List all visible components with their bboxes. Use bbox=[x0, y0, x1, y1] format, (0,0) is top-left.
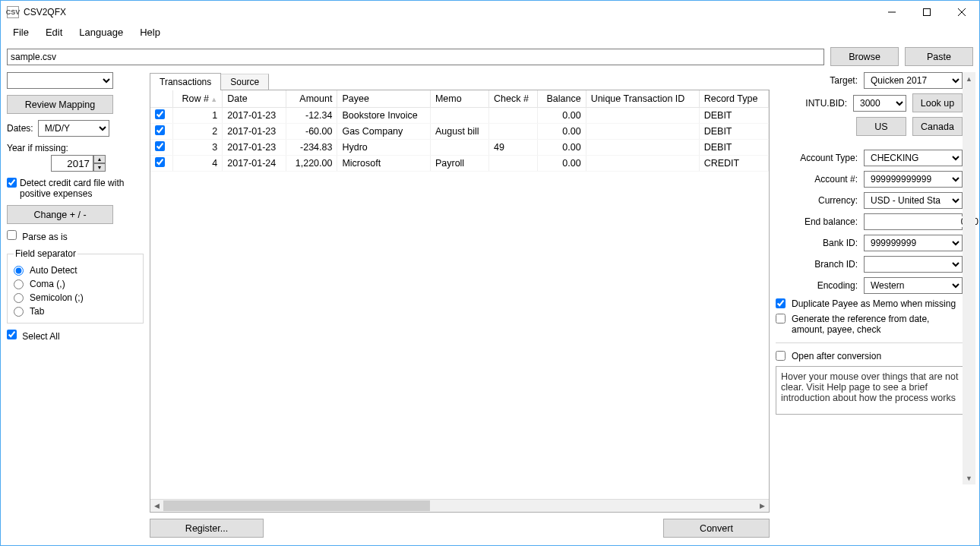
table-row[interactable]: 12017-01-23-12.34Bookstore Invoice0.00DE… bbox=[150, 108, 769, 124]
table-row[interactable]: 42017-01-241,220.00MicrosoftPayroll0.00C… bbox=[150, 156, 769, 172]
col-row[interactable]: Row # bbox=[173, 90, 223, 108]
grid-hscrollbar[interactable]: ◀ ▶ bbox=[150, 499, 769, 512]
cell-row: 3 bbox=[173, 140, 223, 156]
cell-memo: Payroll bbox=[430, 156, 488, 172]
year-spinner[interactable]: ▲▼ bbox=[51, 155, 106, 172]
col-date[interactable]: Date bbox=[223, 90, 286, 108]
detect-credit-checkbox-row[interactable]: Detect credit card file with positive ex… bbox=[7, 178, 144, 199]
table-row[interactable]: 32017-01-23-234.83Hydro490.00DEBIT bbox=[150, 140, 769, 156]
menu-edit[interactable]: Edit bbox=[38, 25, 70, 39]
hint-box: Hover your mouse over things that are no… bbox=[776, 366, 973, 415]
review-mapping-button[interactable]: Review Mapping bbox=[7, 95, 113, 114]
year-input[interactable] bbox=[51, 155, 93, 172]
table-row[interactable]: 22017-01-23-60.00Gas CompanyAugust bill0… bbox=[150, 124, 769, 140]
endbal-label: End balance: bbox=[805, 216, 858, 227]
separator-legend: Field separator bbox=[14, 248, 77, 259]
maximize-button[interactable] bbox=[909, 1, 944, 24]
close-button[interactable] bbox=[944, 1, 979, 24]
intu-select[interactable]: 3000 bbox=[853, 95, 906, 112]
parse-as-is-row[interactable]: Parse as is bbox=[7, 230, 144, 242]
currency-label: Currency: bbox=[818, 195, 858, 206]
scroll-thumb[interactable] bbox=[163, 500, 430, 511]
menu-help[interactable]: Help bbox=[132, 25, 168, 39]
cell-date: 2017-01-23 bbox=[223, 124, 286, 140]
col-amount[interactable]: Amount bbox=[286, 90, 337, 108]
accttype-select[interactable]: CHECKING bbox=[864, 150, 963, 166]
encoding-label: Encoding: bbox=[817, 280, 858, 291]
row-checkbox[interactable] bbox=[155, 109, 165, 119]
titlebar: CSV CSV2QFX bbox=[1, 1, 979, 24]
cell-payee: Hydro bbox=[337, 140, 431, 156]
sep-coma-radio[interactable] bbox=[14, 279, 24, 289]
dup-memo-checkbox[interactable] bbox=[776, 298, 786, 308]
convert-button[interactable]: Convert bbox=[663, 519, 770, 538]
open-after-checkbox[interactable] bbox=[776, 351, 786, 361]
select-all-label: Select All bbox=[22, 331, 59, 342]
scroll-left-icon[interactable]: ◀ bbox=[150, 500, 163, 512]
year-up[interactable]: ▲ bbox=[93, 155, 106, 163]
endbal-field[interactable] bbox=[864, 213, 963, 230]
cell-date: 2017-01-24 bbox=[223, 156, 286, 172]
lookup-button[interactable]: Look up bbox=[912, 93, 963, 112]
scroll-up-icon[interactable]: ▲ bbox=[963, 72, 975, 85]
parse-as-is-checkbox[interactable] bbox=[7, 230, 17, 240]
register-button[interactable]: Register... bbox=[150, 519, 264, 538]
cell-check bbox=[489, 108, 538, 124]
year-down[interactable]: ▼ bbox=[93, 163, 106, 172]
canada-button[interactable]: Canada bbox=[912, 117, 963, 136]
row-checkbox[interactable] bbox=[155, 157, 165, 167]
cell-date: 2017-01-23 bbox=[223, 140, 286, 156]
open-after-row[interactable]: Open after conversion bbox=[776, 351, 963, 361]
col-check[interactable]: Check # bbox=[489, 90, 538, 108]
col-uid[interactable]: Unique Transaction ID bbox=[586, 90, 699, 108]
currency-select[interactable]: USD - United Sta bbox=[864, 192, 963, 209]
gen-ref-row[interactable]: Generate the reference from date, amount… bbox=[776, 314, 963, 335]
branch-select[interactable] bbox=[864, 256, 963, 273]
browse-button[interactable]: Browse bbox=[830, 47, 899, 66]
window-title: CSV2QFX bbox=[24, 7, 874, 17]
cell-date: 2017-01-23 bbox=[223, 108, 286, 124]
cell-uid bbox=[586, 108, 699, 124]
col-record[interactable]: Record Type bbox=[699, 90, 768, 108]
tab-source[interactable]: Source bbox=[221, 74, 269, 91]
minimize-button[interactable] bbox=[874, 1, 909, 24]
tab-transactions[interactable]: Transactions bbox=[150, 73, 221, 90]
detect-credit-label: Detect credit card file with positive ex… bbox=[20, 178, 144, 199]
sep-semi-radio[interactable] bbox=[14, 293, 24, 303]
encoding-select[interactable]: Western bbox=[864, 277, 963, 294]
select-all-checkbox[interactable] bbox=[7, 330, 17, 339]
app-icon: CSV bbox=[7, 6, 19, 18]
right-scrollbar[interactable]: ▲ ▼ bbox=[963, 72, 975, 484]
dup-memo-row[interactable]: Duplicate Payee as Memo when missing bbox=[776, 298, 963, 309]
filename-input[interactable] bbox=[7, 49, 824, 65]
sep-auto-radio[interactable] bbox=[14, 266, 24, 276]
dates-select[interactable]: M/D/Y bbox=[38, 120, 109, 137]
right-panel: Target: Quicken 2017 INTU.BID: 3000 Look… bbox=[776, 72, 973, 538]
gen-ref-checkbox[interactable] bbox=[776, 314, 786, 323]
sep-tab-radio[interactable] bbox=[14, 307, 24, 317]
row-checkbox[interactable] bbox=[155, 125, 165, 135]
select-all-row[interactable]: Select All bbox=[7, 330, 144, 342]
paste-button[interactable]: Paste bbox=[905, 47, 973, 66]
acctnum-select[interactable]: 999999999999 bbox=[864, 171, 963, 188]
scroll-right-icon[interactable]: ▶ bbox=[756, 500, 769, 512]
menu-file[interactable]: File bbox=[5, 25, 36, 39]
col-payee[interactable]: Payee bbox=[337, 90, 431, 108]
cell-check bbox=[489, 124, 538, 140]
scroll-down-icon[interactable]: ▼ bbox=[963, 472, 975, 484]
col-memo[interactable]: Memo bbox=[430, 90, 488, 108]
us-button[interactable]: US bbox=[856, 117, 906, 136]
detect-credit-checkbox[interactable] bbox=[7, 178, 17, 188]
open-after-label: Open after conversion bbox=[792, 351, 881, 361]
dup-memo-label: Duplicate Payee as Memo when missing bbox=[792, 298, 956, 309]
tabs: Transactions Source bbox=[150, 72, 770, 90]
col-balance[interactable]: Balance bbox=[538, 90, 586, 108]
menu-language[interactable]: Language bbox=[71, 25, 131, 39]
bankid-select[interactable]: 999999999 bbox=[864, 235, 963, 251]
branch-label: Branch ID: bbox=[814, 259, 858, 270]
row-checkbox[interactable] bbox=[155, 141, 165, 151]
cell-record: CREDIT bbox=[699, 156, 768, 172]
target-select[interactable]: Quicken 2017 bbox=[864, 72, 963, 89]
mapping-select[interactable] bbox=[7, 72, 113, 89]
change-sign-button[interactable]: Change + / - bbox=[7, 205, 113, 224]
